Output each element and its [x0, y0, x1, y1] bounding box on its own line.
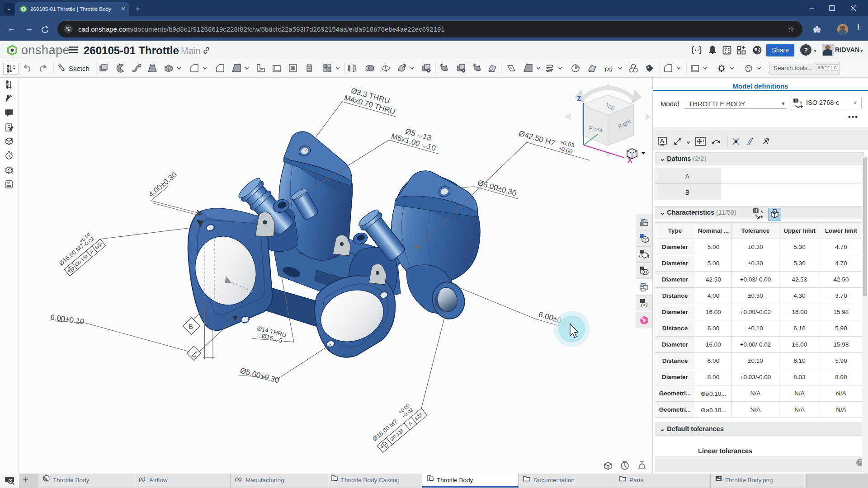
svg-text:(x): (x): [641, 301, 647, 308]
svg-text:(x): (x): [235, 475, 241, 482]
svg-text:?: ?: [10, 137, 13, 142]
svg-text:A: A: [660, 137, 665, 144]
svg-text:Z: Z: [577, 95, 581, 103]
svg-text:B: B: [189, 323, 193, 330]
svg-text:(x): (x): [139, 475, 145, 482]
